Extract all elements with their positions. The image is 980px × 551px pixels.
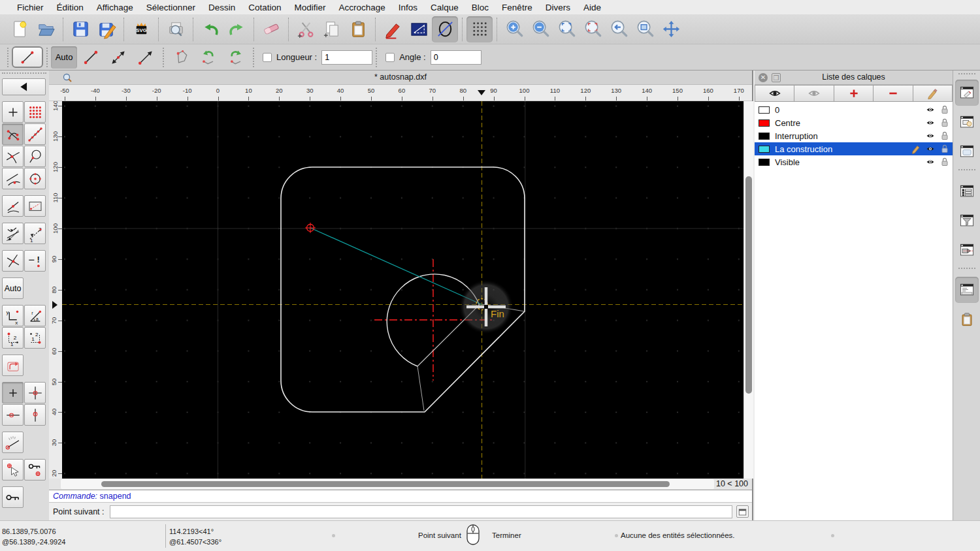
new-drawing-button[interactable] [7, 16, 33, 42]
horizontal-scrollbar-thumb[interactable] [101, 481, 670, 487]
remove-layer-button[interactable] [874, 85, 913, 102]
corner-first-second-button[interactable]: 12 [2, 327, 24, 349]
snap-center-button[interactable] [24, 168, 46, 189]
layer-visibility-eye-icon[interactable] [925, 144, 936, 154]
snap-intersection-auto-button[interactable] [2, 250, 24, 272]
snap-on-entity-button[interactable] [24, 123, 46, 145]
drawing-canvas[interactable]: Fin [62, 101, 743, 479]
print-preview-button[interactable] [163, 16, 189, 42]
toggle-clipboard-button[interactable] [955, 306, 979, 332]
restrict-orthogonal-both-button[interactable] [24, 382, 46, 403]
modify-layer-button[interactable] [913, 85, 953, 102]
menu-cotation[interactable]: Cotation [242, 3, 287, 12]
layer-lock-icon[interactable] [939, 131, 950, 141]
drawing-window-titlebar[interactable]: * autosnap.dxf [49, 71, 752, 85]
undo-segment-button[interactable] [195, 46, 222, 69]
angle-checkbox[interactable] [385, 53, 395, 62]
menu-accrochage[interactable]: Accrochage [332, 3, 391, 12]
line-one-direction-button[interactable] [132, 46, 159, 69]
close-polyline-button[interactable] [167, 46, 195, 69]
cut-button[interactable] [293, 16, 319, 42]
zoom-back-button[interactable] [606, 16, 632, 42]
snap-grid-button[interactable] [24, 101, 46, 123]
menu-affichage[interactable]: Affichage [90, 3, 140, 12]
snap-endpoints-button[interactable] [2, 123, 24, 145]
set-relative-zero-button[interactable] [2, 459, 24, 480]
toggle-pen-palette-button[interactable] [955, 237, 979, 263]
zoom-auto-button[interactable] [553, 16, 580, 42]
lock-layer-button[interactable] [2, 486, 24, 508]
snap-middle-button[interactable] [2, 195, 24, 217]
toolbar-drag-handle[interactable] [46, 48, 48, 67]
line-both-directions-button[interactable] [105, 46, 132, 69]
zoom-in-button[interactable] [501, 16, 527, 42]
menu-aide[interactable]: Aide [577, 3, 608, 12]
zoom-previous-button[interactable] [580, 16, 606, 42]
menu-bloc[interactable]: Bloc [465, 3, 495, 12]
draft-mode-button[interactable] [406, 16, 432, 42]
layer-color-swatch[interactable] [759, 146, 770, 153]
menu-selectionner[interactable]: Sélectionner [140, 3, 202, 12]
open-drawing-button[interactable] [33, 16, 59, 42]
layer-color-swatch[interactable] [759, 133, 770, 140]
toolbar-drag-handle[interactable] [376, 48, 377, 67]
corner-second-first-button[interactable]: 12 [24, 327, 46, 349]
layer-visibility-eye-icon[interactable] [925, 131, 936, 141]
toolbar-drag-handle[interactable] [163, 48, 164, 67]
back-button[interactable] [2, 78, 46, 95]
horizontal-scrollbar[interactable] [61, 479, 714, 489]
redo-segment-button[interactable] [222, 46, 250, 69]
paste-button[interactable] [345, 16, 371, 42]
layer-color-swatch[interactable] [759, 159, 770, 166]
layer-row-interruption[interactable]: Interruption [755, 129, 953, 142]
delete-entities-button[interactable] [258, 16, 284, 42]
toggle-grid-button[interactable] [466, 16, 493, 42]
layer-visibility-eye-icon[interactable] [925, 104, 936, 115]
layer-row-0[interactable]: 0 [755, 103, 953, 116]
copy-button[interactable] [319, 16, 345, 42]
toolbar-drag-handle[interactable] [7, 48, 8, 67]
layer-lock-icon[interactable] [939, 118, 950, 128]
snap-point-on-circle-button[interactable] [24, 146, 46, 167]
snap-nearest-button[interactable] [2, 223, 24, 244]
zoom-out-button[interactable] [527, 16, 553, 42]
line-auto-mode-button[interactable]: Auto [51, 46, 77, 69]
menu-infos[interactable]: Infos [392, 3, 424, 12]
restrict-orthogonal-button[interactable] [2, 354, 24, 376]
toggle-command-line-button[interactable] [955, 277, 979, 303]
menu-calque[interactable]: Calque [424, 3, 465, 12]
menu-fenetre[interactable]: Fenêtre [495, 3, 539, 12]
add-layer-button[interactable] [834, 85, 874, 102]
zoom-pan-button[interactable] [658, 16, 684, 42]
layer-row-la-construction[interactable]: La construction [755, 142, 953, 155]
angle-input[interactable] [431, 50, 482, 65]
construction-mode-button[interactable] [432, 16, 458, 42]
vertical-scrollbar[interactable] [743, 101, 753, 479]
toolbar-drag-handle[interactable] [253, 48, 254, 67]
sidebar-drag-handle[interactable] [2, 72, 46, 76]
coordinate-polar-button[interactable]: ra [24, 305, 46, 326]
layer-visibility-eye-icon[interactable] [925, 118, 936, 128]
hide-all-layers-button[interactable] [794, 85, 834, 102]
layer-row-visible[interactable]: Visible [755, 155, 953, 168]
zoom-window-button[interactable] [632, 16, 658, 42]
toggle-selection-filter-button[interactable] [955, 208, 979, 234]
snap-angle-button[interactable] [2, 432, 24, 453]
snap-auto-button[interactable]: Auto [2, 277, 24, 299]
layer-row-centre[interactable]: Centre [755, 116, 953, 129]
layer-color-swatch[interactable] [759, 119, 770, 127]
show-all-layers-button[interactable] [755, 85, 794, 102]
restrict-vertical-button[interactable] [24, 404, 46, 426]
redo-button[interactable] [223, 16, 250, 42]
restrict-nothing-button[interactable] [2, 382, 24, 403]
layer-lock-icon[interactable] [939, 157, 950, 167]
toggle-entity-list-button[interactable] [955, 178, 979, 204]
layer-color-swatch[interactable] [759, 106, 770, 114]
snap-tangent-button[interactable] [2, 168, 24, 189]
snap-intersection-button[interactable] [2, 146, 24, 167]
layer-lock-icon[interactable] [939, 104, 950, 115]
snap-distance-button[interactable] [24, 195, 46, 217]
menu-divers[interactable]: Divers [539, 3, 577, 12]
snap-distance-points-button[interactable]: 12 [24, 223, 46, 244]
length-input[interactable] [321, 50, 372, 65]
